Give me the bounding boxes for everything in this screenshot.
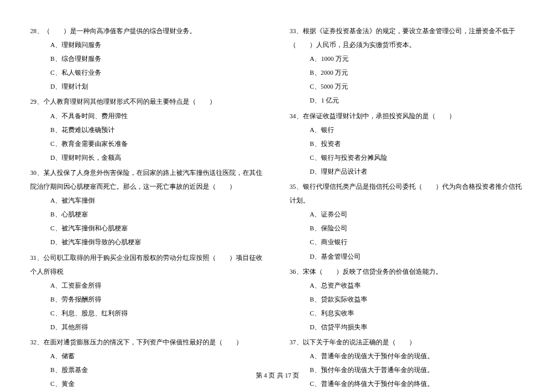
question-option: B、花费难以准确预计 [30, 123, 265, 137]
question-37: 37、以下关于年金的说法正确的是（ ） A、普通年金的现值大于预付年金的现值。 … [290, 335, 525, 392]
question-option: C、银行与投资者分摊风险 [290, 151, 525, 165]
question-option: A、理财顾问服务 [30, 38, 265, 52]
question-stem: 31、公司职工取得的用于购买企业国有股权的劳动分红应按照（ ）项目征收个人所得税 [30, 251, 265, 279]
question-option: B、保险公司 [290, 221, 525, 235]
question-33: 33、根据《证券投资基金法》的规定，要设立基金管理公司，注册资金不低于（ ）人民… [290, 24, 525, 108]
question-option: B、劳务报酬所得 [30, 292, 265, 306]
question-stem: 34、在保证收益理财计划中，承担投资风险的是（ ） [290, 109, 525, 123]
question-stem: 36、宋体（ ）反映了信贷业务的价值创造能力。 [290, 265, 525, 279]
question-option: A、银行 [290, 123, 525, 137]
question-stem: 37、以下关于年金的说法正确的是（ ） [290, 335, 525, 349]
question-option: B、心肌梗塞 [30, 207, 265, 221]
question-option: B、综合理财服务 [30, 52, 265, 66]
question-option: A、证券公司 [290, 207, 525, 221]
question-stem: 32、在面对通货膨胀压力的情况下，下列资产中保值性最好的是（ ） [30, 335, 265, 349]
question-option: D、信贷平均损失率 [290, 320, 525, 334]
question-28: 28、（ ）是一种向高净值客户提供的综合理财业务。 A、理财顾问服务 B、综合理… [30, 24, 265, 93]
question-option: D、基金管理公司 [290, 250, 525, 264]
two-column-layout: 28、（ ）是一种向高净值客户提供的综合理财业务。 A、理财顾问服务 B、综合理… [30, 24, 525, 392]
question-option: A、工资薪金所得 [30, 279, 265, 292]
question-option: A、被汽车撞倒 [30, 194, 265, 207]
question-option: A、总资产收益率 [290, 279, 525, 292]
question-option: D、理财时间长，金额高 [30, 151, 265, 165]
question-option: B、贷款实际收益率 [290, 292, 525, 306]
question-stem: 29、个人教育理财同其他理财形式不同的最主要特点是（ ） [30, 95, 265, 109]
exam-page: 28、（ ）是一种向高净值客户提供的综合理财业务。 A、理财顾问服务 B、综合理… [0, 0, 555, 392]
question-option: D、其他所得 [30, 320, 265, 334]
right-column: 33、根据《证券投资基金法》的规定，要设立基金管理公司，注册资金不低于（ ）人民… [290, 24, 525, 392]
question-option: A、1000 万元 [290, 52, 525, 66]
question-29: 29、个人教育理财同其他理财形式不同的最主要特点是（ ） A、不具备时间、费用弹… [30, 95, 265, 164]
left-column: 28、（ ）是一种向高净值客户提供的综合理财业务。 A、理财顾问服务 B、综合理… [30, 24, 265, 392]
question-option: D、1 亿元 [290, 93, 525, 107]
question-option: D、理财产品设计者 [290, 165, 525, 179]
question-30: 30、某人投保了人身意外伤害保险，在回家的路上被汽车撞伤送往医院，在其住院治疗期… [30, 166, 265, 250]
question-36: 36、宋体（ ）反映了信贷业务的价值创造能力。 A、总资产收益率 B、贷款实际收… [290, 265, 525, 334]
question-32: 32、在面对通货膨胀压力的情况下，下列资产中保值性最好的是（ ） A、储蓄 B、… [30, 335, 265, 392]
question-option: C、被汽车撞倒和心肌梗塞 [30, 221, 265, 235]
question-stem: 28、（ ）是一种向高净值客户提供的综合理财业务。 [30, 24, 265, 38]
question-option: C、5000 万元 [290, 80, 525, 93]
question-35: 35、银行代理信托类产品是指信托公司委托（ ）代为向合格投资者推介信托计划。 A… [290, 180, 525, 264]
question-option: C、私人银行业务 [30, 66, 265, 80]
page-footer: 第 4 页 共 17 页 [0, 371, 555, 380]
question-option: C、教育金需要由家长准备 [30, 137, 265, 151]
question-31: 31、公司职工取得的用于购买企业国有股权的劳动分红应按照（ ）项目征收个人所得税… [30, 251, 265, 335]
question-option: D、理财计划 [30, 80, 265, 93]
question-stem: 35、银行代理信托类产品是指信托公司委托（ ）代为向合格投资者推介信托计划。 [290, 180, 525, 207]
question-option: A、不具备时间、费用弹性 [30, 109, 265, 123]
question-option: D、被汽车撞倒导致的心肌梗塞 [30, 235, 265, 249]
question-34: 34、在保证收益理财计划中，承担投资风险的是（ ） A、银行 B、投资者 C、银… [290, 109, 525, 179]
question-option: A、储蓄 [30, 349, 265, 363]
question-option: C、利息、股息、红利所得 [30, 306, 265, 320]
question-option: C、利息实收率 [290, 306, 525, 320]
question-option: A、普通年金的现值大于预付年金的现值。 [290, 349, 525, 363]
question-stem: 33、根据《证券投资基金法》的规定，要设立基金管理公司，注册资金不低于（ ）人民… [290, 24, 525, 52]
question-option: B、投资者 [290, 137, 525, 151]
question-stem: 30、某人投保了人身意外伤害保险，在回家的路上被汽车撞伤送往医院，在其住院治疗期… [30, 166, 265, 194]
question-option: C、商业银行 [290, 235, 525, 249]
question-option: B、2000 万元 [290, 66, 525, 80]
